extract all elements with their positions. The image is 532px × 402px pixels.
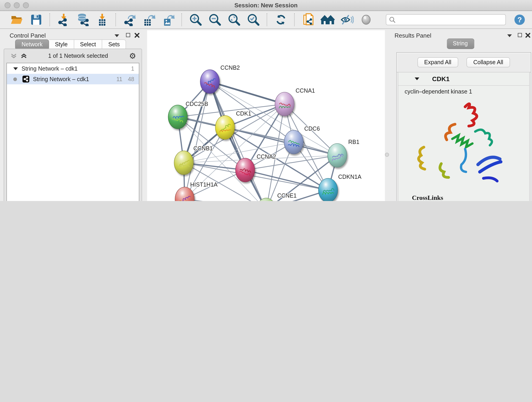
node-label: CDK1	[236, 110, 251, 117]
network-options-gear-icon[interactable]: ⚙	[129, 51, 136, 61]
export-table-icon	[143, 13, 155, 26]
export-image-button[interactable]	[161, 12, 176, 27]
network-canvas[interactable]: CCNB2CCNA1CDC25BCDK1CDC6RB1CCNB1CCNA2CDK…	[147, 30, 385, 201]
collapse-gene-icon[interactable]	[415, 77, 419, 80]
help-button[interactable]: ?	[512, 12, 527, 27]
gene-description: cyclin–dependent kinase 1	[398, 86, 529, 96]
network-edge[interactable]	[185, 199, 266, 201]
network-view[interactable]: CCNB2CCNA1CDC25BCDK1CDC6RB1CCNB1CCNA2CDK…	[147, 30, 385, 201]
export-network-button[interactable]	[122, 12, 137, 27]
toolbar-separator	[294, 13, 295, 26]
vertical-splitter-handle[interactable]	[385, 153, 389, 157]
network-row[interactable]: String Network – cdk1 11 48	[7, 74, 139, 84]
collapse-all-button[interactable]: Collapse All	[467, 57, 510, 67]
node-label: HIST1H1A	[190, 181, 218, 188]
import-network-button[interactable]	[56, 12, 71, 27]
collection-label: String Network – cdk1	[22, 65, 78, 72]
protein-structure-image	[406, 97, 521, 191]
zoom-selected-button[interactable]	[246, 12, 261, 27]
help-icon: ?	[514, 14, 526, 26]
toolbar-separator	[115, 13, 116, 26]
network-node[interactable]	[174, 151, 193, 175]
node-label: CCNE1	[277, 192, 297, 199]
undock-panel-icon[interactable]	[518, 33, 522, 37]
sphere-icon	[361, 14, 372, 26]
zoom-fit-button[interactable]	[227, 12, 241, 27]
import-database-button[interactable]	[76, 12, 90, 27]
toolbar-separator	[267, 13, 268, 26]
share-document-button[interactable]	[301, 12, 316, 27]
open-session-button[interactable]	[10, 12, 24, 27]
network-node[interactable]	[215, 115, 234, 139]
open-folder-icon	[11, 14, 23, 26]
crosslinks-header: CrossLinks	[412, 194, 529, 201]
gene-header-row[interactable]: CDK1	[398, 72, 529, 86]
export-table-button[interactable]	[142, 12, 156, 27]
graphics-detail-button[interactable]	[359, 12, 374, 27]
node-label: CDC6	[304, 125, 320, 132]
svg-text:?: ?	[517, 16, 522, 24]
search-icon	[389, 17, 395, 23]
hide-glass-button[interactable]	[340, 12, 354, 27]
close-panel-icon[interactable]	[525, 32, 531, 38]
toolbar-separator	[50, 13, 51, 26]
window-title: Session: New Session	[0, 2, 532, 9]
network-node[interactable]	[275, 92, 294, 116]
edge-count: 48	[128, 76, 134, 82]
node-label: CCNA2	[257, 153, 276, 160]
node-label: CCNB1	[193, 145, 213, 152]
node-label: CDKN1A	[338, 173, 361, 180]
node-label: CDC25B	[186, 101, 208, 107]
zoom-fit-icon	[228, 13, 241, 26]
network-node[interactable]	[175, 187, 194, 201]
expand-all-networks-icon[interactable]	[11, 53, 17, 59]
refresh-layout-button[interactable]	[273, 12, 288, 27]
node-label: CCNB2	[220, 64, 240, 71]
network-node[interactable]	[168, 105, 187, 129]
import-network-icon	[57, 13, 70, 26]
close-panel-icon[interactable]	[134, 32, 140, 38]
expand-all-button[interactable]: Expand All	[418, 57, 458, 67]
network-node[interactable]	[235, 158, 255, 182]
string-results-box: Expand All Collapse All CDK1 cyclin–depe…	[396, 52, 531, 201]
import-database-icon	[76, 13, 90, 26]
refresh-icon	[275, 14, 287, 26]
network-edge[interactable]	[210, 82, 285, 104]
zoom-in-icon	[189, 13, 202, 26]
node-label: RB1	[348, 139, 360, 145]
save-session-button[interactable]	[29, 12, 44, 27]
save-icon	[30, 14, 42, 26]
float-panel-icon[interactable]	[507, 34, 512, 37]
control-panel: Control Panel Network Style Select Sets …	[2, 30, 143, 201]
search-input[interactable]	[395, 16, 503, 23]
gene-symbol: CDK1	[432, 75, 450, 83]
zoom-in-button[interactable]	[188, 12, 203, 27]
string-home-button[interactable]	[320, 12, 335, 27]
network-edge[interactable]	[225, 128, 337, 155]
zoom-out-button[interactable]	[208, 12, 222, 27]
network-node[interactable]	[318, 178, 338, 201]
zoom-out-icon	[209, 13, 221, 26]
toolbar-separator	[181, 13, 182, 26]
network-node[interactable]	[200, 70, 220, 94]
collapse-all-networks-icon[interactable]	[21, 53, 27, 59]
zoom-selected-icon	[247, 13, 260, 26]
collection-count: 1	[131, 65, 134, 72]
node-count: 11	[116, 76, 122, 82]
network-node[interactable]	[284, 130, 303, 154]
network-tab-body: 1 of 1 Network selected ⚙ String Network…	[4, 49, 142, 201]
import-table-button[interactable]	[95, 12, 109, 27]
network-node[interactable]	[328, 143, 347, 167]
network-label: String Network – cdk1	[33, 76, 89, 82]
search-field[interactable]	[386, 14, 506, 25]
export-image-icon	[162, 13, 175, 26]
cytoscape-window: Session: New Session	[0, 0, 532, 201]
network-collection-row[interactable]: String Network – cdk1 1	[7, 63, 139, 74]
export-network-icon	[123, 13, 136, 26]
float-panel-icon[interactable]	[114, 34, 119, 37]
network-tree: String Network – cdk1 1 String Network	[6, 63, 139, 201]
undock-panel-icon[interactable]	[126, 33, 130, 37]
tab-string[interactable]: String	[447, 38, 474, 49]
node-label: CCNA1	[296, 87, 315, 94]
control-panel-title: Control Panel	[10, 32, 46, 39]
